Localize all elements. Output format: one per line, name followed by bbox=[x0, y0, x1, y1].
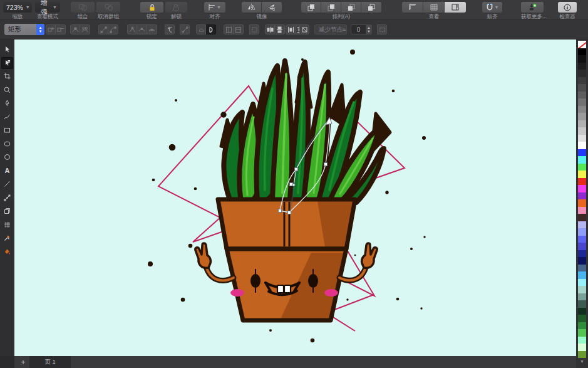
path-node[interactable] bbox=[324, 163, 328, 166]
swatch-8d2ad2[interactable] bbox=[578, 192, 586, 200]
send-to-back-button[interactable] bbox=[361, 2, 381, 13]
swatch-ee3cee[interactable] bbox=[578, 185, 586, 192]
swatch-7aa197[interactable] bbox=[578, 293, 586, 301]
rulers-button[interactable] bbox=[402, 2, 423, 13]
tool-zoom-tool[interactable] bbox=[1, 84, 13, 96]
divide-path-button[interactable] bbox=[224, 24, 234, 34]
swatch-49b4ef[interactable] bbox=[578, 271, 586, 279]
scatter-dot[interactable] bbox=[169, 144, 176, 151]
swatch-47648c[interactable] bbox=[578, 265, 586, 272]
tool-pencil-tool[interactable] bbox=[1, 111, 13, 123]
scatter-dot[interactable] bbox=[194, 187, 197, 191]
bring-forward-button[interactable] bbox=[321, 2, 341, 13]
swatch-5f5f5f[interactable] bbox=[578, 92, 586, 99]
scatter-dot[interactable] bbox=[396, 298, 400, 301]
scatter-dot[interactable] bbox=[188, 244, 193, 248]
trim-path-button[interactable] bbox=[234, 24, 244, 34]
swatch-98fac9[interactable] bbox=[578, 337, 586, 344]
swatch-c8c8c8[interactable] bbox=[578, 127, 586, 135]
scatter-dot[interactable] bbox=[311, 339, 315, 343]
bbox-button[interactable] bbox=[377, 24, 387, 34]
tool-node-tool[interactable] bbox=[1, 57, 13, 69]
tool-eyedropper-tool[interactable] bbox=[1, 232, 13, 244]
swatch-none[interactable] bbox=[578, 41, 586, 48]
swatch-98f0fa[interactable] bbox=[578, 279, 586, 287]
seg-curve-button[interactable] bbox=[108, 24, 118, 34]
page-tab[interactable]: 页 1 bbox=[29, 356, 71, 368]
swatch-6b9a33[interactable] bbox=[578, 351, 586, 359]
swatch-3d5a51[interactable] bbox=[578, 300, 586, 308]
node-join-button[interactable] bbox=[70, 24, 80, 34]
grid-button[interactable] bbox=[423, 2, 445, 13]
node-del-button[interactable] bbox=[56, 24, 66, 34]
swatch-8f9df6[interactable] bbox=[578, 228, 586, 236]
swatch-55c455[interactable] bbox=[578, 329, 586, 337]
show-handles-button[interactable] bbox=[180, 24, 190, 34]
snap-button[interactable]: ▼ bbox=[482, 2, 502, 13]
tool-crop-tool[interactable] bbox=[1, 70, 13, 82]
tool-layers-tool[interactable] bbox=[1, 205, 13, 217]
tool-rectangle-tool[interactable] bbox=[1, 124, 13, 136]
swatch-9b9b9b[interactable] bbox=[578, 113, 586, 120]
swatch-4947cf[interactable] bbox=[578, 243, 586, 250]
node-add-button[interactable] bbox=[46, 24, 56, 34]
scatter-dot[interactable] bbox=[346, 298, 348, 300]
tolerance-stepper[interactable]: ▲▼ bbox=[366, 24, 372, 34]
tool-pen-tool[interactable] bbox=[1, 97, 13, 109]
path-node[interactable] bbox=[295, 168, 298, 171]
swatch-3c3c3c[interactable] bbox=[578, 77, 586, 85]
scatter-dot[interactable] bbox=[175, 99, 177, 102]
seg-line-button[interactable] bbox=[98, 24, 108, 34]
swatch-1e1e1e[interactable] bbox=[578, 63, 586, 70]
outline-path-button[interactable] bbox=[249, 24, 259, 34]
scatter-dot[interactable] bbox=[269, 329, 272, 332]
inspector-button[interactable] bbox=[558, 2, 577, 13]
swatch-868686[interactable] bbox=[578, 106, 586, 113]
scatter-dot[interactable] bbox=[410, 248, 413, 250]
scatter-dot[interactable] bbox=[385, 191, 388, 194]
swatch-58f1f1[interactable] bbox=[578, 156, 586, 164]
swatch-e6281e[interactable] bbox=[578, 178, 586, 186]
scatter-dot[interactable] bbox=[420, 307, 422, 309]
scatter-dot[interactable] bbox=[152, 179, 155, 182]
swatch-56e956[interactable] bbox=[578, 164, 586, 171]
swatch-e0e0e0[interactable] bbox=[578, 135, 586, 142]
panels-button[interactable] bbox=[445, 2, 466, 13]
symmetric-node-button[interactable] bbox=[147, 24, 157, 34]
transform-box-button[interactable] bbox=[299, 24, 309, 34]
swatch-b1b1b1[interactable] bbox=[578, 120, 586, 128]
swatch-2f8d3d[interactable] bbox=[578, 322, 586, 330]
swatch-scroll-down-icon[interactable]: ▼ bbox=[580, 359, 584, 364]
zoom-popup[interactable]: 723% ▼ bbox=[3, 2, 32, 13]
tool-line-tool[interactable] bbox=[1, 178, 13, 190]
swatch-1d2796[interactable] bbox=[578, 250, 586, 258]
swatch-2c2c2c[interactable] bbox=[578, 70, 586, 77]
swatch-ffffff[interactable] bbox=[578, 142, 586, 149]
align-h-button[interactable] bbox=[265, 24, 275, 34]
combine-button[interactable] bbox=[71, 2, 95, 13]
scatter-dot[interactable] bbox=[350, 50, 355, 55]
swatch-b5b5f2[interactable] bbox=[578, 221, 586, 229]
path-node[interactable] bbox=[288, 211, 291, 214]
pot[interactable] bbox=[218, 199, 355, 320]
convert-node-button[interactable] bbox=[206, 24, 216, 34]
reverse-path-button[interactable] bbox=[165, 24, 175, 34]
tool-text-tool[interactable]: A bbox=[1, 165, 13, 177]
swatch-0b1260[interactable] bbox=[578, 257, 586, 265]
swatch-5f64f0[interactable] bbox=[578, 236, 586, 243]
send-backward-button[interactable] bbox=[341, 2, 361, 13]
swatch-1f3bff[interactable] bbox=[578, 149, 586, 157]
lock-button[interactable] bbox=[140, 2, 163, 13]
swatch-4d4d4d[interactable] bbox=[578, 84, 586, 92]
path-node[interactable] bbox=[279, 209, 282, 213]
scatter-dot[interactable] bbox=[422, 136, 426, 140]
swatch-f08cb6[interactable] bbox=[578, 207, 586, 214]
swatch-3f2626[interactable] bbox=[578, 214, 586, 221]
node-break-button[interactable] bbox=[80, 24, 90, 34]
bring-to-front-button[interactable] bbox=[301, 2, 321, 13]
mask-path-button[interactable] bbox=[196, 24, 206, 34]
scatter-dot[interactable] bbox=[181, 298, 185, 302]
tool-gradient-tool[interactable] bbox=[1, 192, 13, 204]
canvas[interactable] bbox=[14, 39, 576, 356]
scatter-dot[interactable] bbox=[220, 112, 226, 117]
